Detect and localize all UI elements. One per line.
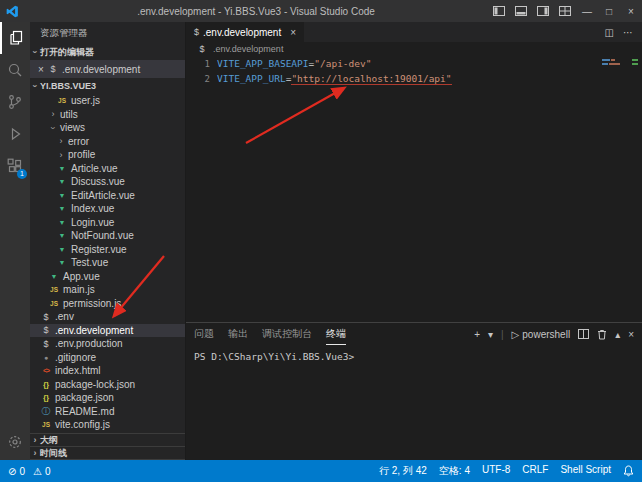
kill-terminal-trash-icon[interactable]: [597, 329, 607, 340]
js-file-icon: JS: [40, 421, 52, 428]
maximize-button[interactable]: □: [598, 6, 620, 17]
terminal-dropdown-icon[interactable]: ▾: [488, 329, 493, 340]
statusbar-right-items: 行 2, 列 42空格: 4UTF-8CRLFShell Script: [379, 464, 611, 478]
tree-item-.env.development[interactable]: $.env.development: [30, 324, 185, 338]
env-var-value: "http://localhost:19001/api": [291, 73, 451, 85]
tree-item-label: .env.development: [55, 325, 133, 336]
new-terminal-icon[interactable]: +: [474, 329, 480, 340]
open-editor-item[interactable]: × $ .env.development: [30, 60, 185, 78]
tree-item-.gitignore[interactable]: ●.gitignore: [30, 351, 185, 365]
code-line-2[interactable]: 2VITE_APP_URL="http://localhost:19001/ap…: [186, 71, 642, 86]
close-tab-icon[interactable]: ×: [290, 27, 296, 38]
section-label: 时间线: [40, 447, 67, 460]
tree-item-README.md[interactable]: ⓘREADME.md: [30, 405, 185, 419]
overview-ruler-mark: [632, 63, 638, 65]
open-editors-header[interactable]: › 打开的编辑器: [30, 44, 185, 60]
tree-item-Test.vue[interactable]: ▼Test.vue: [30, 256, 185, 270]
editor-tab-bar: $ .env.development × ◫ ⋯: [186, 22, 642, 42]
tree-item-label: utils: [60, 109, 78, 120]
split-editor-icon[interactable]: ◫: [605, 27, 614, 38]
tree-item-package-lock.json[interactable]: {}package-lock.json: [30, 378, 185, 392]
code-line-1[interactable]: 1VITE_APP_BASEAPI="/api-dev": [186, 56, 642, 71]
tree-item-Register.vue[interactable]: ▼Register.vue: [30, 243, 185, 257]
code-editor[interactable]: 1VITE_APP_BASEAPI="/api-dev"2VITE_APP_UR…: [186, 56, 642, 322]
vscode-window: .env.development - Yi.BBS.Vue3 - Visual …: [0, 0, 642, 482]
tree-item-Discuss.vue[interactable]: ▼Discuss.vue: [30, 175, 185, 189]
minimize-button[interactable]: —: [576, 6, 598, 17]
sidebar-section-大纲[interactable]: ›大纲: [30, 434, 185, 447]
tree-item-package.json[interactable]: {}package.json: [30, 391, 185, 405]
status-item[interactable]: UTF-8: [482, 464, 510, 478]
terminal-output[interactable]: PS D:\CSharp\Yi\Yi.BBS.Vue3>: [186, 345, 642, 460]
tree-item-Article.vue[interactable]: ▼Article.vue: [30, 162, 185, 176]
tree-item-views[interactable]: ›views: [30, 121, 185, 135]
tree-item-Login.vue[interactable]: ▼Login.vue: [30, 216, 185, 230]
minimap[interactable]: [602, 59, 638, 79]
settings-gear-icon[interactable]: [0, 426, 30, 458]
search-icon[interactable]: [0, 54, 30, 86]
tree-item-user.js[interactable]: JSuser.js: [30, 94, 185, 108]
warning-icon: ⚠: [33, 466, 42, 477]
chevron-right-icon: ›: [30, 435, 40, 445]
tree-item-.env.production[interactable]: $.env.production: [30, 337, 185, 351]
close-panel-icon[interactable]: ×: [628, 329, 634, 340]
status-item[interactable]: 行 2, 列 42: [379, 464, 427, 478]
tree-item-label: EditArticle.vue: [71, 190, 135, 201]
project-root-header[interactable]: › YI.BBS.VUE3: [30, 78, 185, 94]
tree-item-error[interactable]: ›error: [30, 135, 185, 149]
panel-tab-调试控制台[interactable]: 调试控制台: [262, 323, 312, 345]
tree-item-utils[interactable]: ›utils: [30, 108, 185, 122]
customize-layout-icon[interactable]: [559, 6, 571, 16]
explorer-icon[interactable]: [0, 22, 30, 54]
close-editor-icon[interactable]: ×: [35, 64, 47, 75]
run-debug-icon[interactable]: [0, 118, 30, 150]
tree-item-.env[interactable]: $.env: [30, 310, 185, 324]
tree-item-NotFound.vue[interactable]: ▼NotFound.vue: [30, 229, 185, 243]
status-item[interactable]: 空格: 4: [439, 464, 470, 478]
warnings-indicator[interactable]: ⚠ 0: [33, 466, 51, 477]
activity-bar: 1: [0, 22, 30, 460]
status-item[interactable]: Shell Script: [560, 464, 611, 478]
sidebar-section-时间线[interactable]: ›时间线: [30, 447, 185, 460]
extensions-icon[interactable]: 1: [0, 150, 30, 182]
breadcrumb[interactable]: $ .env.development: [186, 42, 642, 56]
tree-item-EditArticle.vue[interactable]: ▼EditArticle.vue: [30, 189, 185, 203]
tree-item-main.js[interactable]: JSmain.js: [30, 283, 185, 297]
toggle-sidebar-icon[interactable]: [493, 6, 505, 16]
toggle-panel-icon[interactable]: [515, 6, 527, 16]
maximize-panel-icon[interactable]: ▴: [615, 329, 620, 340]
more-actions-icon[interactable]: ⋯: [623, 27, 633, 38]
tree-item-permission.js[interactable]: JSpermission.js: [30, 297, 185, 311]
vscode-logo-icon: [0, 5, 24, 18]
main-area: 1 资源管理器 › 打开的编辑器 × $ .env.development › …: [0, 22, 642, 460]
errors-indicator[interactable]: ⊘ 0: [8, 466, 25, 477]
tree-item-label: user.js: [71, 95, 100, 106]
tree-item-label: .gitignore: [55, 352, 96, 363]
line-number: 2: [186, 74, 217, 84]
status-item[interactable]: CRLF: [522, 464, 548, 478]
tree-item-App.vue[interactable]: ▼App.vue: [30, 270, 185, 284]
close-window-button[interactable]: ×: [620, 6, 642, 17]
chevron-down-icon: ›: [48, 123, 58, 133]
split-terminal-icon[interactable]: [578, 329, 589, 339]
toggle-secondary-sidebar-icon[interactable]: [537, 6, 549, 16]
chevron-right-icon: ›: [56, 150, 66, 160]
error-icon: ⊘: [8, 466, 16, 477]
panel-tab-输出[interactable]: 输出: [228, 323, 248, 345]
tree-item-Index.vue[interactable]: ▼Index.vue: [30, 202, 185, 216]
terminal-shell-selector[interactable]: ▷ powershell: [512, 329, 571, 340]
tree-item-profile[interactable]: ›profile: [30, 148, 185, 162]
panel-tab-问题[interactable]: 问题: [194, 323, 214, 345]
tree-item-index.html[interactable]: <>index.html: [30, 364, 185, 378]
warning-count: 0: [45, 466, 51, 477]
source-control-icon[interactable]: [0, 86, 30, 118]
panel-tab-终端[interactable]: 终端: [326, 323, 346, 345]
chevron-right-icon: ›: [48, 109, 58, 119]
notifications-bell-icon[interactable]: [623, 465, 634, 477]
tree-item-vite.config.js[interactable]: JSvite.config.js: [30, 418, 185, 432]
breadcrumb-file[interactable]: .env.development: [213, 44, 283, 54]
tab-env-development[interactable]: $ .env.development ×: [186, 22, 304, 42]
js-file-icon: JS: [56, 97, 68, 104]
tree-item-label: README.md: [55, 406, 114, 417]
json-file-icon: {}: [40, 393, 52, 402]
